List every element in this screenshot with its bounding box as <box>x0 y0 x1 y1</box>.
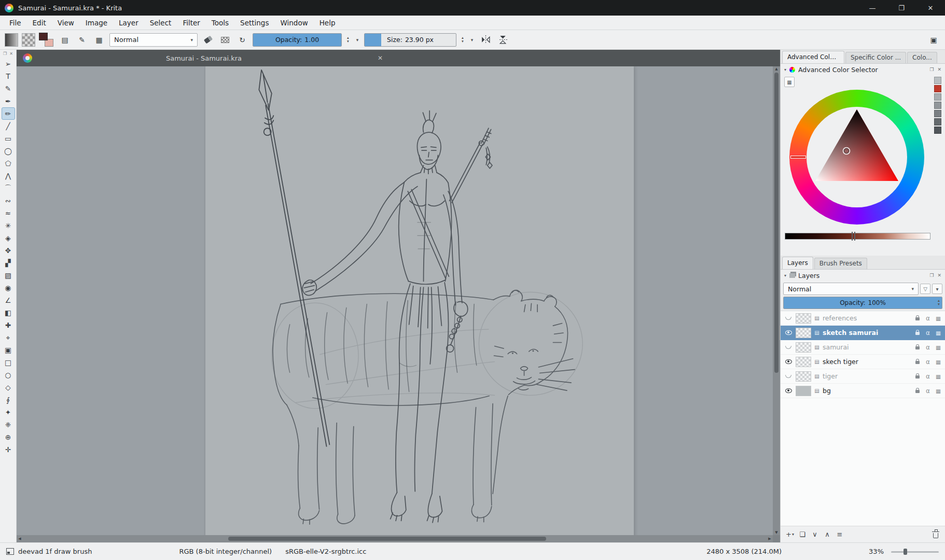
size-dropdown-icon[interactable]: ▾ <box>469 37 475 43</box>
freehand-path-tool[interactable]: ∾ <box>2 194 15 207</box>
contiguous-selection-tool[interactable]: ✦ <box>2 406 15 418</box>
delete-layer-button[interactable] <box>930 528 941 541</box>
toolbox-close-button[interactable]: ✕ <box>9 51 13 56</box>
mirror-horizontal-button[interactable] <box>479 33 492 47</box>
layer-row[interactable]: ▤skech tigerα▦ <box>781 355 945 369</box>
menu-help[interactable]: Help <box>314 17 341 29</box>
layer-blending-mode-select[interactable]: Normal ▾ <box>783 283 919 295</box>
alpha-lock-icon[interactable]: α <box>924 358 932 366</box>
value-slider-handle[interactable] <box>852 232 855 241</box>
inherit-alpha-icon[interactable]: ▦ <box>934 373 942 380</box>
foreground-background-colors[interactable] <box>39 33 54 47</box>
color-docker-close-button[interactable]: ✕ <box>937 67 941 72</box>
opacity-slider[interactable]: Opacity: 1.00 <box>253 33 342 47</box>
scroll-up-icon[interactable]: ▲ <box>775 66 777 72</box>
layer-row[interactable]: ▤tigerα▦ <box>781 369 945 384</box>
restore-button[interactable]: ❐ <box>887 0 916 16</box>
color-history-swatch[interactable] <box>934 93 941 101</box>
reload-preset-button[interactable]: ↻ <box>235 33 249 47</box>
layer-thumbnail[interactable] <box>796 313 811 324</box>
line-tool[interactable]: ╱ <box>2 120 15 132</box>
color-history-swatch[interactable] <box>934 127 941 134</box>
toolbox-float-button[interactable]: ❐ <box>3 51 7 56</box>
alpha-lock-icon[interactable]: α <box>924 329 932 337</box>
menu-tools[interactable]: Tools <box>206 17 234 29</box>
layer-row[interactable]: ▤sketch samuraiα▦ <box>781 326 945 340</box>
layer-lock-icon[interactable] <box>913 359 922 364</box>
scroll-left-icon[interactable]: ◀ <box>17 536 23 541</box>
zoom-slider-handle[interactable] <box>904 549 907 555</box>
dynamic-brush-tool[interactable]: ≈ <box>2 207 15 219</box>
zoom-tool[interactable]: ⊕ <box>2 431 15 443</box>
layer-thumbnail[interactable] <box>796 386 811 396</box>
layers-docker-close-button[interactable]: ✕ <box>937 273 941 278</box>
tab-specific-color[interactable]: Specific Color ... <box>845 52 906 63</box>
color-selector-settings-button[interactable]: ▦ <box>784 77 795 87</box>
color-history-swatch[interactable] <box>934 85 941 92</box>
vertical-scrollbar[interactable]: ▲ ▼ <box>773 66 780 535</box>
select-shapes-tool[interactable]: ➢ <box>2 58 15 70</box>
polygon-tool[interactable]: ⬠ <box>2 157 15 170</box>
alpha-lock-icon[interactable]: α <box>924 315 932 322</box>
color-sampler-tool[interactable]: ◉ <box>2 282 15 294</box>
tab-colo[interactable]: Colo... <box>907 52 937 63</box>
workspace-chooser-button[interactable]: ▣ <box>927 33 940 47</box>
layer-visibility-toggle[interactable] <box>783 359 794 364</box>
layer-lock-icon[interactable] <box>913 330 922 335</box>
polyline-tool[interactable]: ⋀ <box>2 170 15 182</box>
vertical-scrollbar-thumb[interactable] <box>774 73 779 373</box>
preserve-alpha-button[interactable] <box>218 33 232 47</box>
brush-editor-button[interactable]: ✎ <box>75 33 89 47</box>
elliptical-selection-tool[interactable]: ○ <box>2 369 15 381</box>
text-tool[interactable]: T <box>2 70 15 82</box>
brush-presets-button[interactable]: ▦ <box>92 33 106 47</box>
horizontal-scrollbar-thumb[interactable] <box>228 537 546 541</box>
menu-settings[interactable]: Settings <box>235 17 274 29</box>
layer-thumbnail[interactable] <box>796 342 811 353</box>
layer-view-options-button[interactable]: ▾ <box>932 284 942 294</box>
menu-layer[interactable]: Layer <box>114 17 144 29</box>
opacity-spinbox-arrows[interactable]: ▴▾ <box>345 36 351 43</box>
inherit-alpha-icon[interactable]: ▦ <box>934 330 942 336</box>
brush-settings-button[interactable]: ▤ <box>58 33 72 47</box>
horizontal-scrollbar[interactable]: ◀ ▶ <box>17 535 773 542</box>
transform-tool[interactable]: ◈ <box>2 232 15 244</box>
layer-thumbnail[interactable] <box>796 357 811 367</box>
fill-tool[interactable]: ◧ <box>2 306 15 319</box>
menu-image[interactable]: Image <box>80 17 113 29</box>
add-layer-button[interactable]: +▾ <box>784 528 796 541</box>
canvas-viewport[interactable]: ▲ ▼ ◀ ▶ <box>17 66 780 542</box>
brush-size-slider[interactable]: Size: 23.90 px <box>364 33 456 47</box>
alpha-lock-icon[interactable]: α <box>924 373 932 380</box>
zoom-slider[interactable] <box>891 548 939 556</box>
alpha-lock-icon[interactable]: α <box>924 387 932 395</box>
layer-visibility-toggle[interactable] <box>783 375 794 378</box>
gradient-tool[interactable]: ▨ <box>2 269 15 282</box>
document-tab-close-button[interactable]: ✕ <box>376 54 385 62</box>
move-tool[interactable]: ✥ <box>2 244 15 257</box>
similar-color-selection-tool[interactable]: ❈ <box>2 418 15 431</box>
layer-visibility-toggle[interactable] <box>783 330 794 335</box>
inherit-alpha-icon[interactable]: ▦ <box>934 388 942 394</box>
layer-thumbnail[interactable] <box>796 328 811 338</box>
inherit-alpha-icon[interactable]: ▦ <box>934 315 942 321</box>
blending-mode-select[interactable]: Normal ▾ <box>109 33 198 47</box>
smart-patch-tool[interactable]: ✚ <box>2 319 15 331</box>
edit-shapes-tool[interactable]: ✎ <box>2 82 15 95</box>
reference-images-tool[interactable]: ▣ <box>2 344 15 356</box>
layer-lock-icon[interactable] <box>913 374 922 379</box>
measure-tool[interactable]: ∠ <box>2 294 15 306</box>
layer-row[interactable]: ▤bgα▦ <box>781 384 945 398</box>
minimize-button[interactable]: — <box>858 0 887 16</box>
assistants-tool[interactable]: ⌖ <box>2 331 15 344</box>
layer-visibility-toggle[interactable] <box>783 317 794 320</box>
close-button[interactable]: ✕ <box>916 0 945 16</box>
saturation-value-triangle[interactable] <box>807 107 907 207</box>
pattern-chooser[interactable] <box>22 33 35 47</box>
canvas-page[interactable] <box>205 66 634 542</box>
alpha-lock-icon[interactable]: α <box>924 344 932 351</box>
color-docker-float-button[interactable]: ❐ <box>929 67 934 72</box>
color-history-swatch[interactable] <box>934 102 941 109</box>
opacity-dropdown-icon[interactable]: ▾ <box>354 37 360 43</box>
tab-advanced-color[interactable]: Advanced Color ... <box>782 51 844 63</box>
